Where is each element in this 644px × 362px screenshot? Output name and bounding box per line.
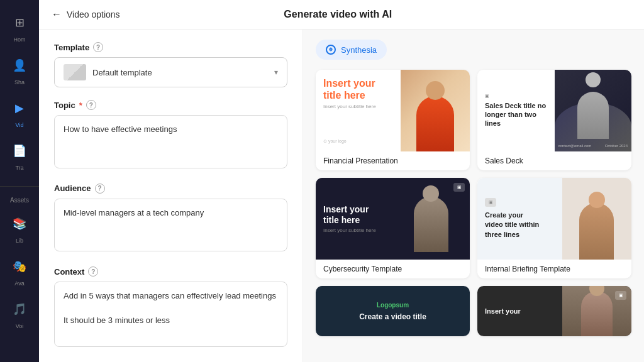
transcript-icon: 📄 bbox=[7, 138, 32, 163]
topic-required-star: * bbox=[79, 101, 82, 110]
audience-field-group: Audience ? Mid-level managers at a tech … bbox=[54, 184, 287, 255]
template-field-group: Template ? Default template ▾ bbox=[54, 42, 287, 87]
dropdown-arrow-icon: ▾ bbox=[274, 68, 278, 77]
sidebar-item-transcripts-label: Tra bbox=[15, 165, 23, 171]
video-icon: ▶ bbox=[7, 96, 32, 121]
template-preview-cybersecurity: Insert yourtitle here Insert your subtit… bbox=[316, 178, 470, 260]
templates-grid: Insert yourtitle here Insert your subtit… bbox=[316, 70, 631, 336]
back-label: Video options bbox=[67, 9, 120, 19]
synthesia-icon bbox=[326, 45, 336, 55]
sidebar-item-voice[interactable]: 🎵 Voi bbox=[0, 294, 39, 332]
share-icon: 👤 bbox=[7, 53, 32, 78]
template-label: Template ? bbox=[54, 42, 287, 52]
sidebar-item-avatars[interactable]: 🎭 Ava bbox=[0, 251, 39, 289]
sidebar-item-transcripts[interactable]: 📄 Tra bbox=[0, 136, 39, 173]
topic-field-group: Topic * ? How to have effective meetings bbox=[54, 100, 287, 171]
sidebar-item-videos-label: Vid bbox=[16, 122, 24, 128]
template-card-corporate[interactable]: Logopsum Create a video title bbox=[316, 286, 470, 336]
context-input[interactable]: Add in 5 ways that managers can effectiv… bbox=[54, 282, 287, 347]
back-arrow-icon: ← bbox=[52, 9, 62, 20]
page-icon-internal: ▣ bbox=[485, 198, 496, 207]
topic-help-icon[interactable]: ? bbox=[86, 100, 96, 110]
t5-logo: Logopsum bbox=[377, 302, 409, 309]
audience-label: Audience ? bbox=[54, 184, 287, 194]
sidebar-item-videos[interactable]: ▶ Vid bbox=[0, 93, 39, 131]
template-preview-sales: ▣ Sales Deck title no longer than two li… bbox=[477, 70, 631, 151]
body-layout: Template ? Default template ▾ Topic * ? bbox=[39, 30, 644, 362]
template-card-professional[interactable]: Insert your ▣ bbox=[477, 286, 631, 336]
sidebar: ⊞ Hom 👤 Sha ▶ Vid 📄 Tra Assets 📚 Lib 🎭 A… bbox=[0, 0, 39, 362]
sidebar-item-library-label: Lib bbox=[16, 238, 23, 244]
assets-label: Assets bbox=[8, 197, 31, 204]
sidebar-item-home[interactable]: ⊞ Hom bbox=[0, 8, 39, 45]
template-card-financial[interactable]: Insert yourtitle here Insert your subtit… bbox=[316, 70, 470, 170]
audience-help-icon[interactable]: ? bbox=[95, 184, 105, 194]
sidebar-item-share-label: Sha bbox=[14, 79, 25, 85]
template-name: Default template bbox=[92, 68, 268, 77]
home-icon: ⊞ bbox=[7, 10, 32, 35]
t5-title: Create a video title bbox=[359, 312, 426, 321]
template-preview-corporate: Logopsum Create a video title bbox=[316, 286, 470, 336]
template-name-internal: Internal Briefing Template bbox=[477, 260, 631, 278]
context-label: Context ? bbox=[54, 266, 287, 277]
context-field-group: Context ? Add in 5 ways that managers ca… bbox=[54, 266, 287, 349]
sidebar-item-avatars-label: Ava bbox=[14, 280, 24, 287]
page-icon-cybersecurity: ▣ bbox=[453, 183, 465, 192]
sidebar-item-home-label: Hom bbox=[13, 36, 25, 43]
synthesia-button[interactable]: Synthesia bbox=[316, 40, 387, 60]
template-dropdown[interactable]: Default template ▾ bbox=[54, 57, 287, 87]
avatars-icon: 🎭 bbox=[7, 254, 32, 279]
topic-input[interactable]: How to have effective meetings bbox=[54, 115, 287, 168]
template-thumb-inner bbox=[64, 64, 86, 80]
left-panel: Template ? Default template ▾ Topic * ? bbox=[39, 30, 303, 362]
sd-email: contact@email.com bbox=[558, 144, 592, 148]
synthesia-label: Synthesia bbox=[341, 45, 377, 55]
t6-title: Insert your bbox=[485, 307, 521, 315]
audience-input[interactable]: Mid-level managers at a tech company bbox=[54, 199, 287, 252]
template-name-sales: Sales Deck bbox=[477, 151, 631, 170]
template-name-financial: Financial Presentation bbox=[316, 151, 470, 170]
template-preview-internal: ▣ Create yourvideo title withinthree lin… bbox=[477, 178, 631, 260]
voice-icon: 🎵 bbox=[7, 297, 32, 322]
sidebar-item-voice-label: Voi bbox=[16, 323, 24, 329]
sd-date: October 2024 bbox=[605, 144, 628, 148]
back-button[interactable]: ← Video options bbox=[52, 9, 120, 20]
top-header: ← Video options Generate video with AI bbox=[39, 0, 644, 30]
template-preview-professional: Insert your ▣ bbox=[477, 286, 631, 336]
sidebar-item-share[interactable]: 👤 Sha bbox=[0, 50, 39, 88]
template-name-cybersecurity: Cybersecurity Template bbox=[316, 260, 470, 278]
page-icon-professional: ▣ bbox=[615, 291, 626, 300]
page-title: Generate video with AI bbox=[120, 9, 556, 20]
template-card-sales[interactable]: ▣ Sales Deck title no longer than two li… bbox=[477, 70, 631, 170]
template-card-internal[interactable]: ▣ Create yourvideo title withinthree lin… bbox=[477, 178, 631, 278]
template-thumbnail bbox=[64, 64, 86, 80]
template-card-cybersecurity[interactable]: Insert yourtitle here Insert your subtit… bbox=[316, 178, 470, 278]
library-icon: 📚 bbox=[7, 211, 32, 236]
main-content: ← Video options Generate video with AI T… bbox=[39, 0, 644, 362]
template-help-icon[interactable]: ? bbox=[93, 42, 103, 52]
right-panel: Synthesia Insert yourtitle here Insert y… bbox=[303, 30, 644, 362]
context-help-icon[interactable]: ? bbox=[88, 266, 98, 277]
sidebar-item-library[interactable]: 📚 Lib bbox=[0, 209, 39, 246]
topic-label: Topic * ? bbox=[54, 100, 287, 110]
template-preview-financial: Insert yourtitle here Insert your subtit… bbox=[316, 70, 470, 151]
